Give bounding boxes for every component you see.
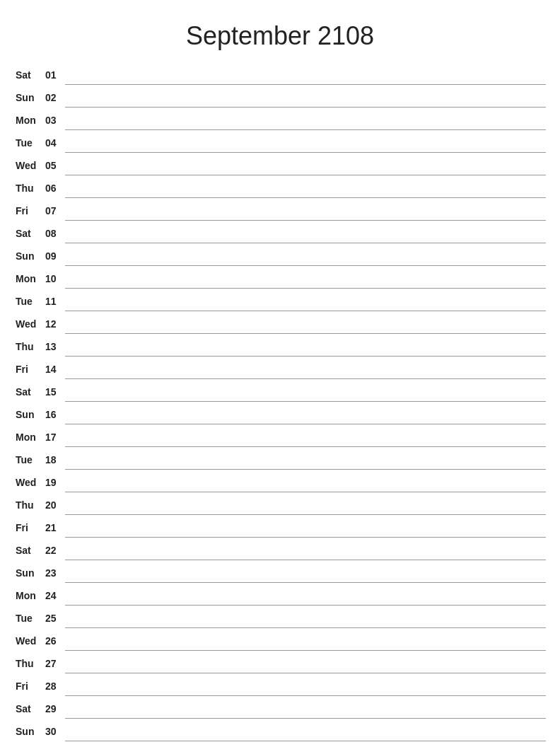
day-line <box>65 471 546 494</box>
day-number: 30 <box>44 720 65 743</box>
day-line <box>65 313 546 335</box>
day-line <box>65 516 546 539</box>
day-name: Fri <box>14 358 44 381</box>
day-number: 28 <box>44 675 65 697</box>
calendar-row: Tue25 <box>14 607 546 630</box>
day-name: Sun <box>14 245 44 267</box>
day-number: 11 <box>44 290 65 313</box>
day-line <box>65 539 546 562</box>
day-name: Sat <box>14 697 44 720</box>
day-line <box>65 607 546 630</box>
day-number: 21 <box>44 516 65 539</box>
day-line <box>65 267 546 290</box>
calendar-row: Sat01 <box>14 64 546 86</box>
calendar-row: Mon10 <box>14 267 546 290</box>
day-number: 01 <box>44 64 65 86</box>
calendar-row: Fri14 <box>14 358 546 381</box>
calendar-row: Mon24 <box>14 584 546 607</box>
day-name: Sat <box>14 539 44 562</box>
day-name: Tue <box>14 290 44 313</box>
day-line <box>65 630 546 652</box>
day-number: 12 <box>44 313 65 335</box>
day-line <box>65 132 546 154</box>
calendar-row: Sun16 <box>14 403 546 426</box>
calendar-row: Sun23 <box>14 562 546 584</box>
day-name: Thu <box>14 335 44 358</box>
day-name: Sun <box>14 403 44 426</box>
day-name: Sat <box>14 381 44 403</box>
calendar-row: Sat08 <box>14 222 546 245</box>
day-line <box>65 109 546 132</box>
day-number: 03 <box>44 109 65 132</box>
calendar-row: Tue11 <box>14 290 546 313</box>
day-line <box>65 697 546 720</box>
day-number: 16 <box>44 403 65 426</box>
day-name: Tue <box>14 132 44 154</box>
day-line <box>65 290 546 313</box>
day-number: 29 <box>44 697 65 720</box>
day-number: 22 <box>44 539 65 562</box>
calendar-row: Tue18 <box>14 448 546 471</box>
day-name: Mon <box>14 267 44 290</box>
day-name: Mon <box>14 584 44 607</box>
day-name: Sat <box>14 64 44 86</box>
page: September 2108 Sat01Sun02Mon03Tue04Wed05… <box>0 0 560 747</box>
day-line <box>65 199 546 222</box>
day-number: 25 <box>44 607 65 630</box>
day-line <box>65 154 546 177</box>
day-name: Wed <box>14 630 44 652</box>
calendar-row: Wed12 <box>14 313 546 335</box>
day-number: 23 <box>44 562 65 584</box>
day-name: Sat <box>14 222 44 245</box>
calendar-row: Wed05 <box>14 154 546 177</box>
day-line <box>65 494 546 516</box>
day-number: 17 <box>44 426 65 448</box>
calendar-row: Wed26 <box>14 630 546 652</box>
day-number: 02 <box>44 86 65 109</box>
calendar-row: Tue04 <box>14 132 546 154</box>
day-name: Tue <box>14 448 44 471</box>
day-name: Fri <box>14 675 44 697</box>
calendar-row: Sat15 <box>14 381 546 403</box>
day-line <box>65 245 546 267</box>
day-number: 07 <box>44 199 65 222</box>
day-number: 05 <box>44 154 65 177</box>
day-name: Sun <box>14 86 44 109</box>
calendar-row: Thu13 <box>14 335 546 358</box>
day-name: Thu <box>14 652 44 675</box>
day-name: Fri <box>14 199 44 222</box>
day-line <box>65 64 546 86</box>
day-line <box>65 675 546 697</box>
day-number: 27 <box>44 652 65 675</box>
day-name: Sun <box>14 562 44 584</box>
calendar-row: Thu20 <box>14 494 546 516</box>
calendar-row: Sat22 <box>14 539 546 562</box>
day-number: 20 <box>44 494 65 516</box>
day-line <box>65 562 546 584</box>
day-line <box>65 720 546 743</box>
calendar-row: Fri07 <box>14 199 546 222</box>
calendar-table: Sat01Sun02Mon03Tue04Wed05Thu06Fri07Sat08… <box>14 64 546 743</box>
day-name: Mon <box>14 109 44 132</box>
day-number: 14 <box>44 358 65 381</box>
calendar-row: Mon17 <box>14 426 546 448</box>
calendar-row: Fri21 <box>14 516 546 539</box>
day-name: Wed <box>14 471 44 494</box>
calendar-row: Sun09 <box>14 245 546 267</box>
calendar-row: Sun30 <box>14 720 546 743</box>
calendar-row: Fri28 <box>14 675 546 697</box>
day-number: 26 <box>44 630 65 652</box>
day-line <box>65 652 546 675</box>
calendar-row: Sat29 <box>14 697 546 720</box>
day-number: 04 <box>44 132 65 154</box>
day-name: Wed <box>14 154 44 177</box>
day-line <box>65 86 546 109</box>
day-name: Thu <box>14 177 44 199</box>
day-number: 18 <box>44 448 65 471</box>
day-name: Mon <box>14 426 44 448</box>
day-line <box>65 584 546 607</box>
day-line <box>65 177 546 199</box>
day-number: 09 <box>44 245 65 267</box>
day-number: 08 <box>44 222 65 245</box>
day-line <box>65 426 546 448</box>
